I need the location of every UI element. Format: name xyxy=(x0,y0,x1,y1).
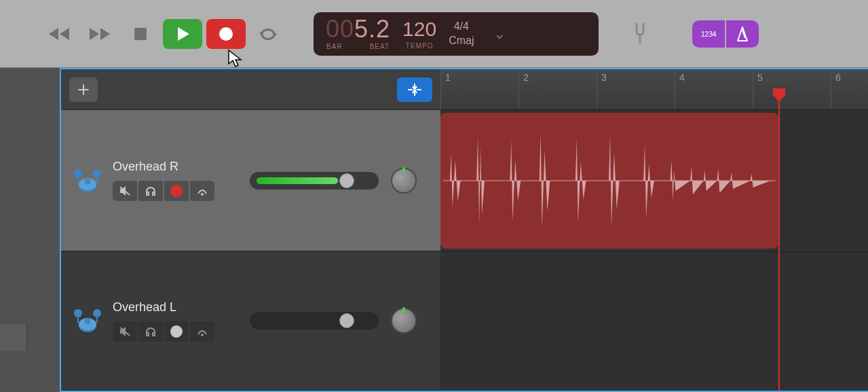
track-lane-2[interactable] xyxy=(440,251,868,391)
svg-rect-11 xyxy=(85,179,90,184)
svg-rect-9 xyxy=(77,173,79,183)
key-sig: Cmaj xyxy=(449,34,474,48)
svg-point-22 xyxy=(201,334,204,336)
input-monitor-button[interactable] xyxy=(190,181,214,201)
pan-knob[interactable] xyxy=(391,168,417,194)
input-monitor-button[interactable] xyxy=(190,321,214,342)
left-panel-toggle[interactable] xyxy=(0,324,27,351)
lcd-key-sig[interactable]: 4/4 Cmaj xyxy=(449,20,474,48)
bar-value: 5. xyxy=(354,15,376,43)
volume-thumb[interactable] xyxy=(339,173,354,188)
volume-level-meter xyxy=(257,177,338,184)
add-track-button[interactable] xyxy=(69,77,98,102)
track-header-overhead-r[interactable]: Overhead R xyxy=(61,110,440,251)
metronome-button[interactable] xyxy=(726,20,759,48)
waveform-icon xyxy=(443,113,776,249)
rewind-button[interactable] xyxy=(41,20,77,48)
ruler-tick: 4 xyxy=(675,69,689,109)
lcd-chevron-icon[interactable]: ⌄ xyxy=(493,25,506,43)
mute-button[interactable] xyxy=(113,321,137,342)
svg-point-1 xyxy=(219,27,233,41)
tempo-value: 120 xyxy=(402,18,436,41)
ruler-tick: 2 xyxy=(518,69,533,109)
ruler-tick: 5 xyxy=(753,69,767,109)
cycle-icon xyxy=(258,26,278,41)
track-header-overhead-l[interactable]: Overhead L xyxy=(61,251,440,391)
track-header-bar xyxy=(61,69,440,110)
svg-point-13 xyxy=(201,193,204,196)
mute-button[interactable] xyxy=(113,181,137,201)
stop-icon xyxy=(133,26,148,41)
track-list: Overhead R xyxy=(61,110,440,391)
transport-controls xyxy=(41,19,286,49)
bar-prefix: 00 xyxy=(326,15,354,43)
bar-label: BAR xyxy=(326,43,343,50)
svg-rect-10 xyxy=(96,173,98,183)
svg-rect-19 xyxy=(96,313,98,323)
volume-slider[interactable] xyxy=(250,172,379,190)
svg-rect-18 xyxy=(77,313,79,323)
top-toolbar: 005.2 BAR BEAT 120 TEMPO 4/4 Cmaj ⌄ 1234 xyxy=(0,0,868,68)
pan-knob[interactable] xyxy=(391,308,417,334)
record-enable-button[interactable] xyxy=(164,321,189,342)
lcd-bar-beat[interactable]: 005.2 BAR BEAT xyxy=(326,17,390,50)
mute-icon xyxy=(119,326,131,337)
track-name: Overhead L xyxy=(113,300,214,315)
volume-thumb[interactable] xyxy=(339,313,354,328)
beat-value: 2 xyxy=(376,15,390,43)
input-monitor-icon xyxy=(196,185,208,196)
tuning-fork-icon xyxy=(628,21,652,44)
countoff-label: 1234 xyxy=(701,30,716,38)
right-pills: 1234 xyxy=(692,20,759,48)
svg-rect-0 xyxy=(134,28,147,40)
input-monitor-icon xyxy=(196,326,208,337)
timeline-ruler[interactable]: 1 2 3 4 5 6 xyxy=(440,69,868,110)
forward-button[interactable] xyxy=(81,20,118,48)
ruler-tick: 6 xyxy=(831,69,845,109)
rewind-icon xyxy=(48,26,71,41)
record-icon xyxy=(217,25,235,43)
headphones-icon xyxy=(145,185,157,196)
drumkit-icon xyxy=(72,304,103,338)
ruler-tick: 1 xyxy=(440,69,455,109)
play-icon xyxy=(174,25,191,43)
beat-label: BEAT xyxy=(370,43,390,50)
volume-slider[interactable] xyxy=(250,312,379,329)
lcd-tempo[interactable]: 120 TEMPO xyxy=(402,18,436,50)
headphones-icon xyxy=(145,326,157,337)
audio-region[interactable] xyxy=(440,113,778,249)
forward-icon xyxy=(88,26,111,41)
catch-playhead-icon xyxy=(406,82,423,97)
time-sig: 4/4 xyxy=(454,20,469,34)
record-button[interactable] xyxy=(206,19,246,49)
mute-icon xyxy=(119,185,131,196)
solo-button[interactable] xyxy=(138,321,163,342)
lcd-display[interactable]: 005.2 BAR BEAT 120 TEMPO 4/4 Cmaj ⌄ xyxy=(314,12,599,56)
record-enable-indicator xyxy=(170,325,183,338)
plus-icon xyxy=(77,84,90,96)
play-button[interactable] xyxy=(163,19,202,49)
svg-rect-20 xyxy=(85,319,90,324)
record-enable-button[interactable] xyxy=(164,181,189,201)
solo-button[interactable] xyxy=(138,181,163,201)
track-lane-1[interactable] xyxy=(440,110,868,251)
countoff-button[interactable]: 1234 xyxy=(692,20,725,48)
record-enable-indicator xyxy=(170,185,183,197)
tempo-label: TEMPO xyxy=(406,42,434,50)
ruler-tick: 3 xyxy=(597,69,611,109)
stop-button[interactable] xyxy=(122,20,159,48)
workspace: 1 2 3 4 5 6 Overhead R xyxy=(60,68,868,392)
track-name: Overhead R xyxy=(113,160,214,174)
catch-playhead-button[interactable] xyxy=(397,77,432,102)
drumkit-icon xyxy=(72,164,103,198)
left-margin xyxy=(0,68,60,392)
tuner-button[interactable] xyxy=(628,21,652,47)
metronome-icon xyxy=(735,26,750,42)
cycle-button[interactable] xyxy=(250,20,286,48)
